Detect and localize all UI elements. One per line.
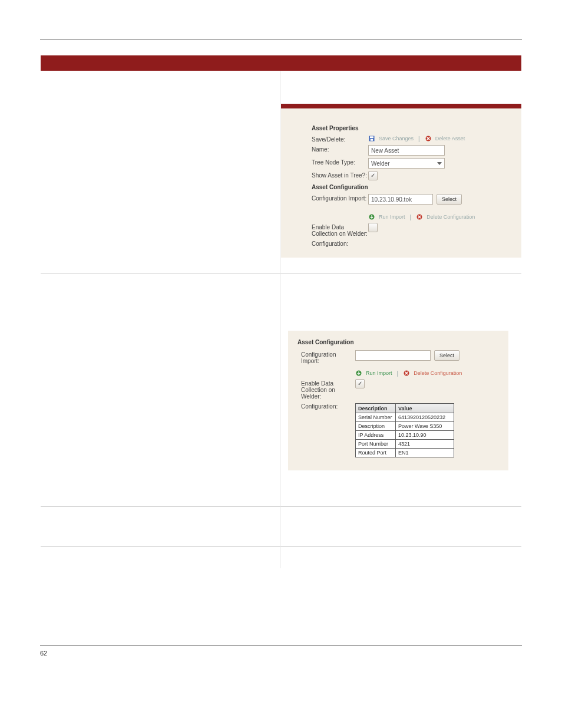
save-delete-label: Save/Delete: [312, 135, 368, 143]
config-import-input-2[interactable] [355, 350, 431, 361]
divider: | [410, 214, 412, 220]
check-icon: ✓ [358, 381, 362, 387]
row2-right: Asset Configuration Configuration Import… [281, 274, 521, 507]
config-import-label: Configuration Import: [312, 194, 368, 202]
config-import-input[interactable] [368, 194, 433, 205]
asset-properties-panel: Asset Properties Save/Delete: Save Chang… [281, 104, 521, 258]
asset-config-heading: Asset Configuration [312, 184, 515, 190]
delete-config-link-2[interactable]: Delete Configuration [414, 370, 462, 376]
svg-rect-2 [371, 139, 373, 141]
tree-node-label: Tree Node Type: [312, 158, 368, 166]
row3-left [41, 507, 281, 547]
configuration-label: Configuration: [312, 239, 368, 247]
select-button-2[interactable]: Select [434, 350, 459, 361]
configuration-label-2: Configuration: [301, 402, 355, 410]
config-table: Description Value Serial Number641392012… [355, 403, 454, 457]
asset-config-heading-2: Asset Configuration [297, 339, 495, 345]
run-import-link-2[interactable]: Run Import [366, 370, 392, 376]
save-changes-link[interactable]: Save Changes [379, 136, 414, 141]
enable-data-checkbox[interactable] [368, 223, 378, 232]
show-in-tree-checkbox[interactable]: ✓ [368, 171, 378, 180]
table-header-right [281, 55, 521, 71]
table-row: Routed PortEN1 [356, 449, 454, 457]
table-row: DescriptionPower Wave S350 [356, 422, 454, 431]
delete-config-link[interactable]: Delete Configuration [427, 214, 475, 220]
name-input[interactable] [368, 145, 445, 156]
show-in-tree-label: Show Asset in Tree?: [312, 171, 368, 179]
enable-data-label: Enable Data Collection on Welder: [312, 223, 368, 237]
row1-left [41, 71, 281, 274]
import-icon [368, 213, 375, 220]
table-header-left [41, 55, 281, 71]
tree-node-value: Welder [371, 160, 390, 167]
row3-right [281, 507, 521, 547]
delete-config-icon [403, 370, 410, 377]
config-import-label-2: Configuration Import: [301, 350, 355, 364]
enable-data-checkbox-2[interactable]: ✓ [355, 379, 365, 388]
import-icon [355, 370, 362, 377]
chevron-down-icon [437, 162, 442, 165]
name-label: Name: [312, 145, 368, 153]
tree-node-select[interactable]: Welder [368, 158, 445, 169]
row4-left [41, 547, 281, 568]
table-row: Serial Number6413920120520232 [356, 413, 454, 422]
svg-rect-1 [370, 136, 373, 138]
table-row: IP Address10.23.10.90 [356, 431, 454, 440]
table-row: Port Number4321 [356, 440, 454, 449]
row1-right: Asset Properties Save/Delete: Save Chang… [281, 71, 521, 274]
check-icon: ✓ [371, 173, 375, 179]
row2-left [41, 274, 281, 507]
run-import-link[interactable]: Run Import [379, 214, 405, 220]
delete-config-icon [416, 213, 423, 220]
delete-asset-link[interactable]: Delete Asset [435, 136, 465, 141]
asset-config-panel: Asset Configuration Configuration Import… [288, 331, 508, 470]
col-value: Value [396, 404, 454, 413]
select-button[interactable]: Select [437, 194, 462, 205]
page-number: 62 [40, 646, 522, 657]
row4-right [281, 547, 521, 568]
divider: | [418, 136, 420, 142]
delete-icon [425, 135, 432, 142]
save-icon [368, 135, 375, 142]
col-description: Description [356, 404, 396, 413]
asset-properties-heading: Asset Properties [312, 125, 515, 131]
divider: | [397, 370, 399, 377]
enable-data-label-2: Enable Data Collection on Welder: [301, 379, 355, 400]
